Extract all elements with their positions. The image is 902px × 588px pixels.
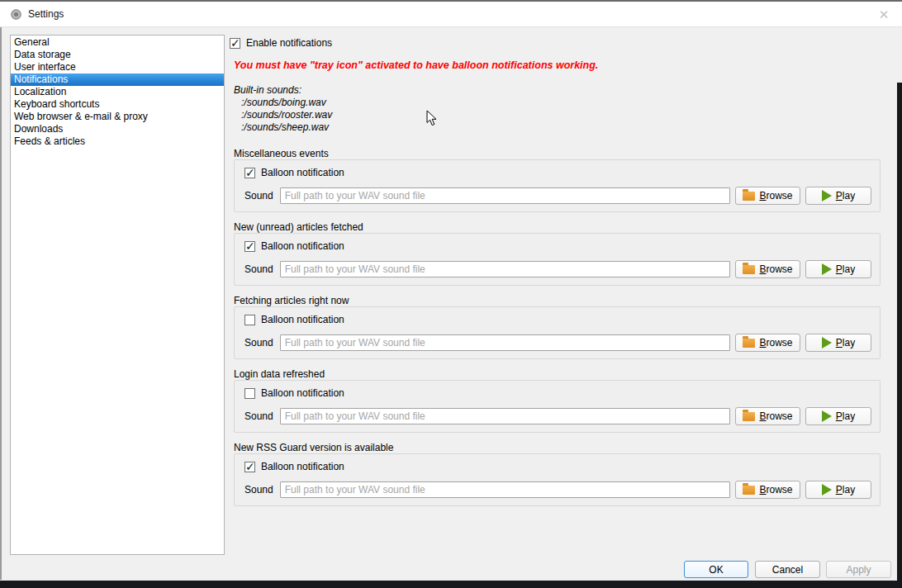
browse-button[interactable]: Browse [735,187,800,205]
browse-button[interactable]: Browse [735,407,800,425]
balloon-notification-checkbox[interactable] [244,168,255,178]
notifications-settings-panel: Enable notifications You must have "tray… [229,33,896,562]
balloon-notification-label: Balloon notification [261,387,344,399]
apply-button[interactable]: Apply [826,561,891,578]
builtin-sounds-info: Built-in sounds: :/sounds/boing.wav :/so… [234,84,332,134]
group-panel: Balloon notification Sound Browse Play [234,159,881,212]
settings-dialog: { "titlebar": { "title": "Settings", "cl… [0,0,902,588]
sidebar-item-data-storage[interactable]: Data storage [11,49,224,61]
balloon-notification-checkbox[interactable] [244,315,255,325]
sidebar-item-general[interactable]: General [11,36,224,49]
folder-icon [743,412,755,421]
enable-notifications-checkbox[interactable] [230,38,240,49]
group-new-version-available: New RSS Guard version is available Ballo… [234,442,881,506]
settings-category-list: General Data storage User interface Noti… [10,35,225,555]
builtin-sound-path: :/sounds/boing.wav [234,97,332,109]
window-left-border [0,27,2,580]
titlebar[interactable]: Settings ✕ [0,0,902,27]
play-button-label: Play [836,263,855,275]
cancel-button[interactable]: Cancel [755,561,820,578]
group-title: New (unread) articles fetched [234,221,881,233]
group-new-articles-fetched: New (unread) articles fetched Balloon no… [234,221,881,286]
balloon-notification-checkbox[interactable] [244,241,255,252]
sidebar-item-downloads[interactable]: Downloads [11,123,224,135]
group-panel: Balloon notification Sound Browse Play [234,453,881,506]
settings-app-icon [11,9,21,20]
ok-button[interactable]: OK [684,561,748,578]
folder-icon [743,339,755,348]
balloon-notification-row[interactable]: Balloon notification [244,461,871,472]
play-button[interactable]: Play [805,260,871,278]
play-icon [822,263,832,275]
folder-icon [743,265,755,274]
window-title: Settings [28,8,64,20]
balloon-notification-label: Balloon notification [261,240,344,252]
balloon-notification-row[interactable]: Balloon notification [244,314,871,325]
builtin-sounds-heading: Built-in sounds: [234,84,332,97]
enable-notifications-label: Enable notifications [246,37,332,49]
play-icon [822,337,832,349]
sound-path-input[interactable] [280,187,730,204]
sound-label: Sound [244,484,273,496]
play-button[interactable]: Play [805,187,871,205]
play-button-label: Play [836,484,855,496]
group-panel: Balloon notification Sound Browse Play [234,380,881,433]
browse-button[interactable]: Browse [735,334,800,352]
play-icon [822,484,832,496]
sidebar-item-feeds-articles[interactable]: Feeds & articles [11,135,224,148]
group-title: Login data refreshed [234,368,881,380]
browse-button-label: Browse [759,190,792,202]
group-miscellaneous-events: Miscellaneous events Balloon notificatio… [234,148,881,212]
browse-button-label: Browse [759,263,792,275]
sidebar-item-keyboard-shortcuts[interactable]: Keyboard shortcuts [11,98,224,111]
balloon-notification-label: Balloon notification [261,461,344,472]
folder-icon [743,192,755,201]
sidebar-item-web-browser-proxy[interactable]: Web browser & e-mail & proxy [11,111,224,123]
sidebar-item-user-interface[interactable]: User interface [11,61,224,74]
sound-label: Sound [244,410,273,422]
sound-label: Sound [244,190,273,202]
balloon-notification-row[interactable]: Balloon notification [244,167,871,178]
sidebar-item-notifications[interactable]: Notifications [11,74,224,86]
balloon-notification-label: Balloon notification [261,167,344,178]
mouse-cursor [426,110,437,126]
builtin-sound-path: :/sounds/sheep.wav [234,121,332,134]
builtin-sound-path: :/sounds/rooster.wav [234,109,332,121]
play-button-label: Play [836,190,855,202]
folder-icon [743,486,755,495]
sound-path-input[interactable] [280,334,730,351]
group-login-data-refreshed: Login data refreshed Balloon notificatio… [234,368,881,433]
enable-notifications-row[interactable]: Enable notifications [230,37,332,49]
balloon-notification-checkbox[interactable] [244,388,255,399]
tray-icon-warning-text: You must have "tray icon" activated to h… [234,59,886,71]
play-button[interactable]: Play [805,407,871,425]
background-app-right-edge [897,83,902,588]
group-title: Miscellaneous events [234,148,881,159]
group-title: New RSS Guard version is available [234,442,881,453]
play-button[interactable]: Play [805,481,871,499]
close-icon[interactable]: ✕ [872,5,895,25]
balloon-notification-row[interactable]: Balloon notification [244,240,871,252]
sound-label: Sound [244,263,273,275]
browse-button-label: Browse [759,410,792,422]
sound-path-input[interactable] [280,261,730,277]
play-icon [822,190,832,202]
play-button-label: Play [836,410,855,422]
play-button[interactable]: Play [805,334,871,352]
browse-button[interactable]: Browse [735,481,800,499]
browse-button-label: Browse [759,337,792,349]
balloon-notification-row[interactable]: Balloon notification [244,387,871,399]
sidebar-item-localization[interactable]: Localization [11,86,224,98]
group-fetching-articles-now: Fetching articles right now Balloon noti… [234,295,881,359]
group-panel: Balloon notification Sound Browse Play [234,306,881,359]
balloon-notification-label: Balloon notification [261,314,344,325]
browse-button-label: Browse [759,484,792,496]
group-panel: Balloon notification Sound Browse Play [234,233,881,286]
balloon-notification-checkbox[interactable] [244,462,255,472]
background-app-bottom-edge [0,581,902,588]
sound-path-input[interactable] [280,481,730,498]
play-button-label: Play [836,337,855,349]
sound-path-input[interactable] [280,408,730,424]
sound-label: Sound [244,337,273,349]
browse-button[interactable]: Browse [735,260,800,278]
